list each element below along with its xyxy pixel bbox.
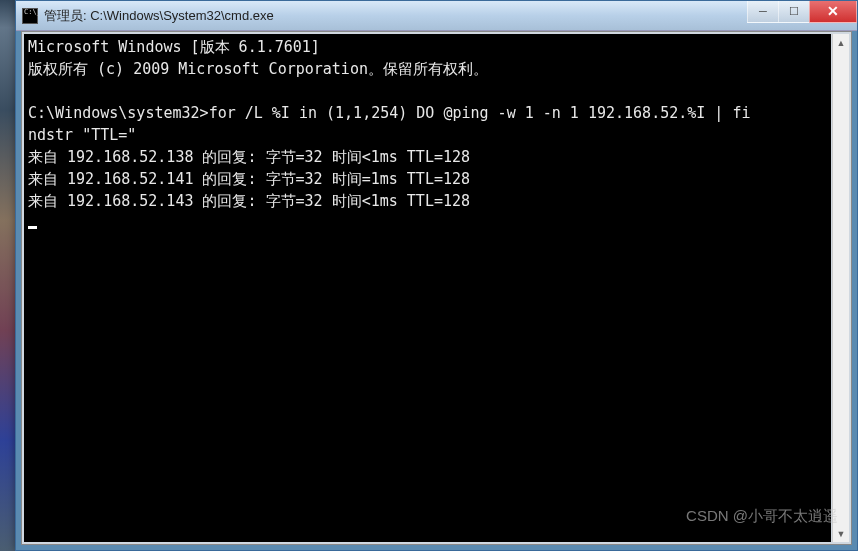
- maximize-button[interactable]: ☐: [778, 1, 810, 23]
- console-header-line1: Microsoft Windows [版本 6.1.7601]: [28, 38, 320, 56]
- window-controls: ─ ☐ ✕: [748, 1, 857, 23]
- console-output[interactable]: Microsoft Windows [版本 6.1.7601] 版权所有 (c)…: [24, 34, 831, 542]
- ping-reply-1: 来自 192.168.52.141 的回复: 字节=32 时间=1ms TTL=…: [28, 170, 470, 188]
- cmd-window: 管理员: C:\Windows\System32\cmd.exe ─ ☐ ✕ M…: [15, 0, 858, 551]
- desktop-left-edge: [0, 0, 15, 551]
- titlebar-left: 管理员: C:\Windows\System32\cmd.exe: [22, 7, 274, 25]
- scroll-track[interactable]: [833, 51, 849, 525]
- console-frame: Microsoft Windows [版本 6.1.7601] 版权所有 (c)…: [21, 31, 852, 545]
- scroll-down-arrow[interactable]: ▼: [833, 525, 849, 542]
- vertical-scrollbar[interactable]: ▲ ▼: [832, 34, 849, 542]
- console-prompt: C:\Windows\system32>: [28, 104, 209, 122]
- minimize-button[interactable]: ─: [747, 1, 779, 23]
- window-title: 管理员: C:\Windows\System32\cmd.exe: [44, 7, 274, 25]
- console-header-line2: 版权所有 (c) 2009 Microsoft Corporation。保留所有…: [28, 60, 488, 78]
- ping-reply-2: 来自 192.168.52.143 的回复: 字节=32 时间<1ms TTL=…: [28, 192, 470, 210]
- close-button[interactable]: ✕: [809, 1, 857, 23]
- scroll-up-arrow[interactable]: ▲: [833, 34, 849, 51]
- titlebar[interactable]: 管理员: C:\Windows\System32\cmd.exe ─ ☐ ✕: [16, 1, 857, 31]
- cursor: [28, 226, 37, 229]
- ping-reply-0: 来自 192.168.52.138 的回复: 字节=32 时间<1ms TTL=…: [28, 148, 470, 166]
- cmd-icon[interactable]: [22, 8, 38, 24]
